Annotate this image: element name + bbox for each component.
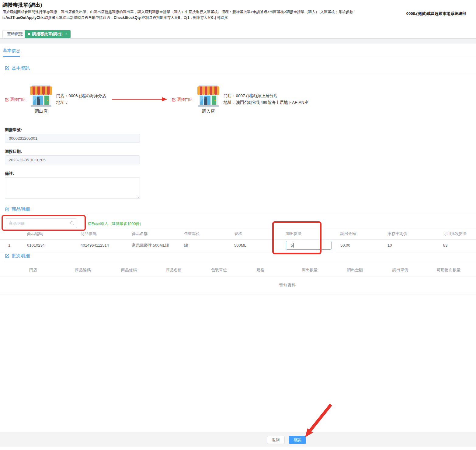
product-row: 1 01010234 4014964112514 富思黑麥啤 500ML罐 罐 …	[0, 240, 476, 251]
footer-bar: 返回 確認	[0, 432, 476, 447]
col-header: 商品編碼	[75, 267, 121, 273]
col-header: 規格	[234, 231, 286, 237]
tab-bar: 實時概覽 調撥審批單(調出) ×	[0, 29, 476, 39]
product-spec: 500ML	[234, 243, 286, 248]
confirm-button[interactable]: 確認	[289, 436, 306, 444]
background-band	[0, 39, 476, 44]
annotation-arrow-right	[111, 96, 168, 102]
store-out-addr-line: 地址：	[56, 99, 106, 106]
search-icon[interactable]	[70, 221, 74, 225]
tab-realtime-overview[interactable]: 實時概覽	[2, 30, 27, 38]
edit-icon	[5, 66, 9, 70]
product-search	[5, 218, 77, 228]
col-header: 商品條碼	[121, 267, 166, 273]
section-divider	[4, 261, 476, 261]
excel-import-link[interactable]: 從Excel導入（建議最多1000條）	[88, 221, 143, 227]
col-header: 庫存平均價	[387, 231, 443, 237]
col-header: 調出金額	[347, 267, 392, 273]
remark-label: 備註:	[5, 171, 14, 176]
edit-icon	[5, 98, 9, 102]
col-header: 可用批次數量	[437, 267, 476, 273]
product-name: 富思黑麥啤 500ML罐	[132, 243, 184, 248]
transfer-qty-wrap	[286, 241, 332, 250]
store-out-name: 0006.(測試)海洋分店	[69, 93, 106, 98]
empty-placeholder: 暫無資料	[279, 283, 296, 288]
product-search-input[interactable]	[5, 218, 77, 228]
transfer-qty-input[interactable]	[286, 241, 332, 250]
page-description-line1: 用於店鋪間或倉庫間進行庫存調撥，調出店優先出庫。由調出店發起調撥的調出單，調入店…	[2, 9, 357, 15]
edit-icon	[172, 98, 176, 102]
col-header: 可用批次數量	[443, 231, 476, 237]
col-header: 調出金額	[340, 231, 387, 237]
col-header: 商品條碼	[81, 231, 132, 237]
order-no-field[interactable]	[5, 134, 140, 143]
batches-empty-row: 暫無資料	[0, 276, 476, 294]
store-in-name-line: 門店：0007.(測試)海上居分店	[224, 93, 308, 99]
tab-transfer-approval-active[interactable]: 調撥審批單(調出) ×	[25, 30, 71, 38]
section-basic-info-heading: 基本資訊	[5, 65, 30, 71]
col-header: 調出數量	[302, 267, 347, 273]
product-barcode: 4014964112514	[81, 243, 132, 248]
store-in-name: 0007.(測試)海上居分店	[236, 93, 278, 98]
col-header: 調出單價	[392, 267, 437, 273]
transfer-date-field[interactable]	[5, 155, 140, 164]
store-in-addr-line: 地址：澳門勞動節街499號海上居地下AF-AN座	[224, 99, 308, 106]
store-out-info: 門店：0006.(測試)海洋分店 地址：	[56, 93, 106, 106]
section-divider	[4, 214, 476, 214]
transfer-amount: 50.00	[340, 243, 387, 248]
store-in-addr: 澳門勞動節街499號海上居地下AF-AN座	[236, 100, 309, 105]
section-batches-heading: 批次明細	[5, 253, 30, 259]
page-description-line2: IsAu2TranOutApplyChk.調撥審批單調出新增時是否自動申請通過；…	[2, 15, 228, 20]
param-name-2: CheckStockQty.	[114, 16, 141, 20]
col-header: 包裝單位	[184, 231, 234, 237]
tab-basic-info[interactable]: 基本信息	[3, 48, 20, 54]
batches-table: 門店 商品編碼 商品條碼 商品名稱 包裝單位 規格 調出數量 調出金額 調出單價…	[0, 264, 476, 294]
transfer-date-label: 調撥日期:	[5, 149, 22, 154]
company-name: 0000.(測試)成昌超級市場系統總部	[406, 11, 466, 16]
nav-divider	[0, 57, 476, 57]
select-store-in-link[interactable]: 選擇門店	[172, 97, 193, 102]
page-title: 調撥審批單(調出)	[2, 2, 42, 9]
col-header: 商品編碼	[27, 231, 81, 237]
products-table-header: 商品編碼 商品條碼 商品名稱 包裝單位 規格 調出數量 調出金額 庫存平均價 可…	[0, 228, 476, 240]
edit-icon	[5, 254, 9, 258]
stock-avg-price: 10	[387, 243, 443, 248]
col-header: 調出數量	[286, 231, 340, 237]
edit-icon	[5, 207, 9, 212]
store-in-info: 門店：0007.(測試)海上居分店 地址：澳門勞動節街499號海上居地下AF-A…	[224, 93, 308, 106]
section-products-heading: 商品明細	[5, 206, 30, 212]
store-out-role-label: 調出店	[29, 109, 53, 114]
tab-close-icon[interactable]: ×	[65, 32, 68, 36]
col-header: 商品名稱	[132, 231, 184, 237]
remark-textarea[interactable]	[5, 177, 140, 199]
products-table: 商品編碼 商品條碼 商品名稱 包裝單位 規格 調出數量 調出金額 庫存平均價 可…	[0, 228, 476, 251]
available-batch-qty: 83	[443, 243, 476, 248]
store-in-role-label: 調入店	[196, 109, 221, 114]
product-code: 01010234	[27, 243, 81, 248]
col-header: 包裝單位	[211, 267, 256, 273]
back-button[interactable]: 返回	[267, 436, 285, 444]
store-out-icon	[29, 84, 53, 110]
text-caret	[293, 243, 294, 248]
order-no-label: 調撥單號:	[5, 127, 22, 133]
select-store-out-link[interactable]: 選擇門店	[5, 97, 26, 102]
batches-table-header: 門店 商品編碼 商品條碼 商品名稱 包裝單位 規格 調出數量 調出金額 調出單價…	[0, 264, 476, 276]
active-tab-label: 調撥審批單(調出)	[32, 31, 63, 37]
row-index: 1	[0, 243, 27, 248]
store-in-icon	[196, 84, 221, 110]
col-header: 門店	[0, 267, 75, 273]
col-header: 商品名稱	[166, 267, 211, 273]
store-out-name-line: 門店：0006.(測試)海洋分店	[56, 93, 106, 99]
active-tab-dot	[28, 33, 30, 35]
product-unit: 罐	[184, 243, 234, 248]
col-header: 規格	[256, 267, 302, 273]
section-divider	[4, 73, 476, 73]
param-name-1: IsAu2TranOutApplyChk.	[2, 16, 44, 20]
